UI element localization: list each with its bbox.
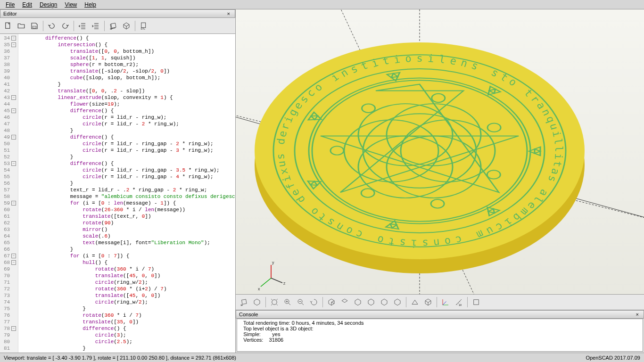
show-scale-icon[interactable]: 10 (453, 296, 465, 308)
axis-label-z: z (283, 281, 286, 286)
svg-text:STL: STL (140, 27, 145, 30)
svg-text:≫: ≫ (240, 304, 243, 306)
redo-button[interactable] (59, 20, 71, 32)
menu-design[interactable]: Design (36, 0, 61, 9)
new-file-button[interactable] (2, 20, 14, 32)
svg-text:i: i (411, 238, 417, 250)
svg-line-120 (289, 303, 291, 305)
reset-view-icon[interactable] (308, 296, 320, 308)
svg-rect-3 (141, 23, 146, 28)
code-editor[interactable]: 34−35−3637383940414243−4445−46474849−505… (0, 34, 235, 353)
statusbar: Viewport: translate = [ -3.40 -3.90 1.79… (0, 353, 644, 362)
editor-toolbar: ≫ STL (0, 18, 235, 34)
status-viewport: Viewport: translate = [ -3.40 -3.90 1.79… (4, 355, 236, 361)
editor-pane: Editor × ≫ STL 34−35−3637383940414243−44… (0, 9, 236, 353)
svg-rect-131 (474, 300, 479, 305)
svg-text:s: s (274, 153, 287, 160)
3d-viewport[interactable]: silens sto tranquillitas alembicum consi… (236, 9, 644, 294)
console-output[interactable]: Total rendering time: 0 hours, 4 minutes… (237, 319, 643, 352)
menu-edit[interactable]: Edit (18, 0, 36, 9)
unindent-button[interactable] (76, 20, 89, 32)
export-stl-button[interactable]: STL (138, 20, 150, 32)
svg-text:≫: ≫ (110, 27, 112, 30)
view-toolbar: ≫ 10 (236, 294, 644, 310)
view-all-icon[interactable] (268, 296, 281, 308)
view-back-icon[interactable] (391, 296, 404, 308)
svg-text:o: o (405, 52, 412, 65)
console-title-bar: Console × (236, 310, 644, 319)
axis-label-y: y (272, 260, 274, 265)
preview-icon[interactable]: ≫ (238, 296, 250, 308)
console-close-icon[interactable]: × (634, 312, 641, 317)
show-edges-icon[interactable] (470, 296, 482, 308)
perspective-icon[interactable] (409, 296, 421, 308)
editor-close-icon[interactable]: × (225, 11, 232, 16)
orthogonal-icon[interactable] (422, 296, 434, 308)
svg-text:i: i (427, 52, 434, 65)
editor-title: Editor (3, 11, 17, 16)
svg-line-128 (443, 302, 446, 305)
svg-line-124 (302, 303, 304, 305)
menu-file[interactable]: File (2, 0, 18, 9)
status-version: OpenSCAD 2017.07.09 (586, 355, 640, 361)
view-left-icon[interactable] (365, 296, 377, 308)
svg-line-9 (566, 196, 644, 222)
menubar: File Edit Design View Help (0, 0, 644, 9)
render-button[interactable] (120, 20, 132, 32)
console-title: Console (239, 312, 258, 317)
view-right-icon[interactable] (325, 296, 338, 308)
zoom-out-icon[interactable] (295, 296, 307, 308)
svg-line-115 (261, 278, 271, 287)
view-top-icon[interactable] (339, 296, 351, 308)
undo-button[interactable] (46, 20, 58, 32)
menu-help[interactable]: Help (81, 0, 100, 9)
svg-rect-1 (33, 26, 36, 28)
indent-button[interactable] (90, 20, 102, 32)
view-front-icon[interactable] (378, 296, 390, 308)
svg-text:i: i (553, 153, 565, 160)
svg-text:d: d (275, 138, 287, 145)
view-bottom-icon[interactable] (352, 296, 364, 308)
menu-view[interactable]: View (61, 0, 81, 9)
render-icon[interactable] (251, 296, 263, 308)
svg-text:10: 10 (459, 304, 462, 306)
console-pane: Console × Total rendering time: 0 hours,… (236, 310, 644, 353)
show-axes-icon[interactable] (439, 296, 452, 308)
svg-text:s: s (422, 238, 429, 250)
open-file-button[interactable] (15, 20, 27, 32)
svg-point-118 (272, 300, 277, 305)
svg-line-116 (271, 278, 282, 283)
preview-button[interactable]: ≫ (107, 20, 119, 32)
view-pane: silens sto tranquillitas alembicum consi… (236, 9, 644, 353)
save-file-button[interactable] (28, 20, 41, 32)
svg-text:l: l (553, 146, 565, 152)
svg-text:l: l (552, 138, 564, 145)
zoom-in-icon[interactable] (281, 296, 294, 308)
axis-label-x: x (258, 287, 260, 291)
editor-title-bar: Editor × (0, 9, 235, 18)
svg-text:s: s (416, 52, 422, 64)
